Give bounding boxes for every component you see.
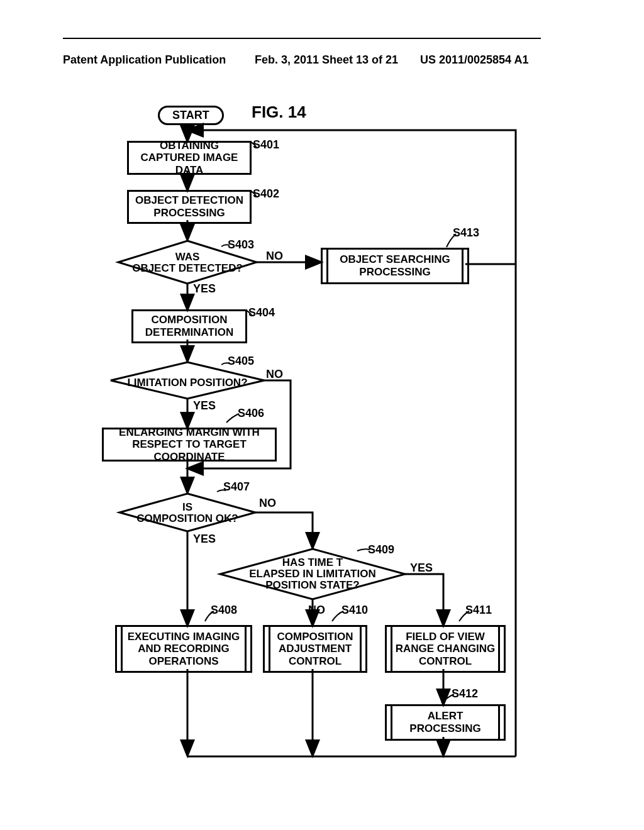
step-s408-text: EXECUTING IMAGING AND RECORDING OPERATIO…: [121, 627, 247, 671]
label-s409: S409: [368, 543, 394, 556]
step-s401: OBTAINING CAPTURED IMAGE DATA: [127, 141, 252, 175]
step-s413-text: OBJECT SEARCHING PROCESSING: [326, 250, 464, 282]
step-s410-text: COMPOSITION ADJUSTMENT CONTROL: [269, 627, 362, 671]
step-s404: COMPOSITION DETERMINATION: [131, 309, 247, 343]
label-s404: S404: [248, 306, 275, 319]
label-s408: S408: [211, 604, 237, 617]
label-s412: S412: [452, 687, 478, 700]
label-s405: S405: [228, 355, 254, 368]
step-s411: FIELD OF VIEW RANGE CHANGING CONTROL: [385, 625, 506, 673]
label-s406: S406: [238, 407, 264, 420]
step-s410: COMPOSITION ADJUSTMENT CONTROL: [263, 625, 367, 673]
label-s413: S413: [453, 226, 479, 240]
answer-s405-yes: YES: [193, 399, 216, 412]
step-s412: ALERT PROCESSING: [385, 704, 506, 741]
label-s403: S403: [228, 238, 254, 252]
answer-s407-no: NO: [259, 497, 276, 510]
answer-s405-no: NO: [266, 368, 283, 381]
step-s412-text: ALERT PROCESSING: [391, 706, 500, 739]
step-s411-text: FIELD OF VIEW RANGE CHANGING CONTROL: [391, 627, 500, 671]
step-s408: EXECUTING IMAGING AND RECORDING OPERATIO…: [115, 625, 252, 673]
label-s407: S407: [223, 480, 250, 494]
answer-s403-no: NO: [266, 250, 283, 263]
label-s411: S411: [465, 604, 492, 617]
label-s402: S402: [253, 187, 279, 201]
answer-s403-yes: YES: [193, 282, 216, 296]
step-s413: OBJECT SEARCHING PROCESSING: [321, 248, 469, 284]
step-s406: ENLARGING MARGIN WITH RESPECT TO TARGET …: [102, 428, 277, 462]
answer-s409-no: NO: [308, 604, 325, 617]
start-terminal: START: [158, 106, 224, 125]
answer-s407-yes: YES: [193, 533, 216, 546]
label-s410: S410: [341, 604, 368, 617]
answer-s409-yes: YES: [410, 562, 433, 575]
label-s401: S401: [253, 138, 279, 152]
figure-title: FIG. 14: [252, 102, 306, 122]
step-s402: OBJECT DETECTION PROCESSING: [127, 190, 252, 224]
